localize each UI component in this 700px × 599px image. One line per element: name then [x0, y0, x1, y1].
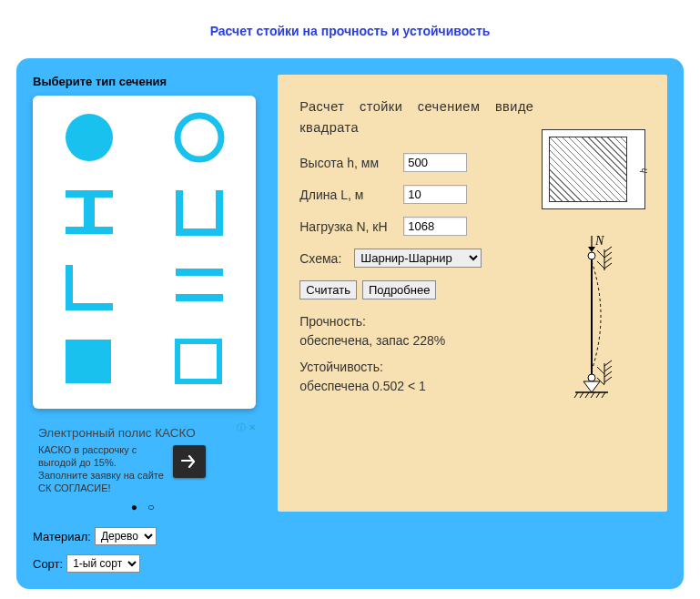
length-label: Длина L, м — [299, 188, 391, 202]
svg-line-24 — [604, 366, 612, 371]
svg-line-19 — [604, 252, 612, 258]
svg-rect-3 — [176, 294, 223, 301]
svg-point-9 — [588, 374, 595, 381]
svg-point-1 — [178, 116, 221, 159]
svg-line-23 — [604, 360, 612, 366]
dim-h-label: h — [640, 168, 650, 174]
svg-line-11 — [574, 392, 578, 398]
svg-rect-5 — [178, 341, 219, 381]
material-select[interactable]: ДеревоСтальБетон — [95, 527, 157, 545]
svg-rect-4 — [66, 340, 111, 383]
shape-bars[interactable] — [167, 259, 231, 314]
calculate-button[interactable]: Считать — [299, 280, 357, 300]
ad-title: Электронный полис КАСКО — [38, 425, 250, 442]
svg-line-21 — [604, 263, 612, 269]
svg-point-8 — [588, 252, 595, 259]
sort-label: Сорт: — [33, 557, 63, 571]
advertisement[interactable]: ⓘ ✕ Электронный полис КАСКО КАСКО в расс… — [33, 421, 256, 518]
load-input[interactable] — [403, 217, 467, 236]
scheme-label: Схема: — [299, 251, 341, 266]
cross-section-diagram: h — [542, 129, 645, 209]
support-scheme-diagram: N — [551, 229, 642, 411]
height-input[interactable] — [403, 153, 467, 172]
force-label: N — [594, 234, 604, 248]
svg-line-13 — [585, 392, 589, 398]
shape-angle[interactable] — [57, 259, 121, 314]
svg-line-29 — [597, 367, 604, 374]
shape-square-hollow[interactable] — [167, 334, 231, 389]
material-label: Материал: — [33, 530, 91, 543]
svg-line-27 — [597, 250, 604, 258]
svg-line-12 — [580, 392, 583, 398]
shape-i-beam[interactable] — [57, 185, 121, 239]
svg-line-18 — [604, 247, 612, 252]
calc-title: Расчет стойки сечением ввиде квадрата — [299, 96, 536, 138]
svg-rect-2 — [176, 269, 223, 276]
sort-select[interactable]: 1-ый сорт2-ой сорт — [66, 554, 140, 573]
svg-line-20 — [604, 258, 612, 263]
ad-info-icon[interactable]: ⓘ ✕ — [237, 421, 256, 433]
details-button[interactable]: Подробнее — [362, 280, 436, 300]
svg-line-14 — [591, 392, 594, 398]
length-input[interactable] — [403, 185, 467, 204]
svg-line-15 — [596, 392, 600, 398]
svg-point-0 — [66, 114, 113, 161]
arrow-right-icon[interactable] — [173, 445, 206, 478]
scheme-select[interactable]: Шарнир-ШарнирЗаделка-ШарнирЗаделка-Задел… — [354, 249, 482, 268]
shape-circle-filled[interactable] — [57, 110, 121, 165]
ad-text: КАСКО в рассрочку с выгодой до 15%. Запо… — [38, 443, 164, 495]
svg-line-26 — [604, 377, 612, 382]
section-type-label: Выберите тип сечения — [33, 75, 256, 88]
shape-channel-u[interactable] — [167, 185, 231, 239]
ad-pagination-dots[interactable]: ● ○ — [38, 501, 250, 515]
svg-line-25 — [604, 371, 612, 377]
main-panel: Выберите тип сечения — [16, 58, 684, 589]
calculation-card: Расчет стойки сечением ввиде квадрата Вы… — [278, 75, 667, 512]
height-label: Высота h, мм — [299, 156, 391, 170]
section-shape-picker — [33, 96, 256, 409]
page-title: Расчет стойки на прочность и устойчивост… — [0, 0, 700, 58]
shape-square-filled[interactable] — [57, 334, 121, 389]
svg-line-28 — [597, 261, 604, 269]
load-label: Нагрузка N, кН — [299, 219, 391, 234]
shape-circle-hollow[interactable] — [167, 110, 231, 165]
svg-line-16 — [602, 392, 605, 398]
